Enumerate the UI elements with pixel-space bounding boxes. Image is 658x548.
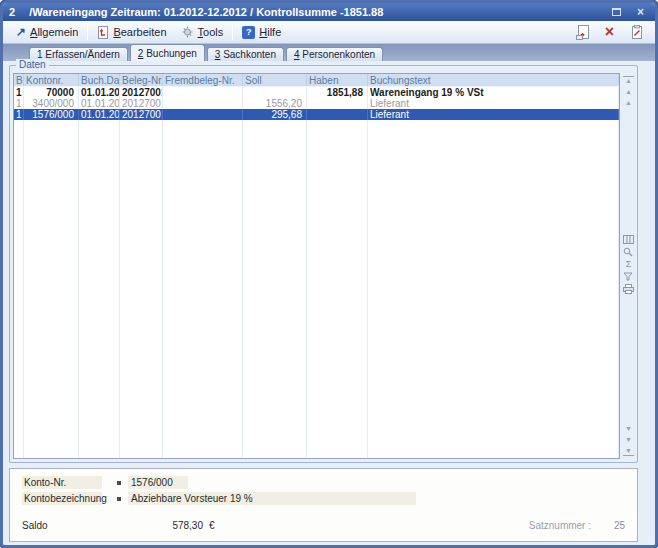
column-settings-button[interactable] — [623, 235, 634, 244]
window-title: /Wareneingang Zeitraum: 01.2012-12.2012 … — [29, 6, 608, 18]
cell-buchungstext: Lieferant — [368, 98, 619, 109]
table-nav-strip: ▲ ▲ ▲ Σ — [622, 74, 635, 458]
satznummer-value: 25 — [591, 520, 625, 531]
tools-gear-icon — [181, 26, 194, 38]
help-icon: ? — [242, 26, 255, 39]
cell-b: 1 — [14, 87, 24, 98]
cell-buchungstext: Wareneingang 19 % VSt — [368, 87, 619, 98]
menubar: ↗ Allgemein Bearbeiten Tools ? Hilfe — [3, 21, 655, 44]
column-header-fremdbelegnr[interactable]: Fremdbeleg-Nr. — [163, 74, 243, 86]
cell-belegnr: 20127001 — [120, 87, 163, 98]
kontobezeichnung-value: Abziehbare Vorsteuer 19 % — [128, 492, 416, 505]
cell-b: 1 — [14, 109, 24, 120]
cell-buchdatum: 01.01.2012 — [79, 109, 120, 120]
groupbox-label: Daten — [16, 59, 49, 71]
menu-item-allgemein[interactable]: ↗ Allgemein — [9, 24, 85, 40]
tab-personenkonten[interactable]: 4 Personenkonten — [286, 47, 383, 61]
cell-buchungstext: Lieferant — [368, 109, 619, 120]
column-header-haben[interactable]: Haben — [307, 74, 368, 86]
table-row[interactable]: 1 3400/000 01.01.2012 20127001 1556,20 L… — [14, 98, 619, 109]
cell-fremdbelegnr — [163, 98, 243, 109]
saldo-value: 578,30 — [153, 520, 203, 531]
cell-soll — [243, 87, 307, 98]
content-area: Daten B Kontonr. Buch.Datum Beleg-Nr. Fr… — [3, 61, 655, 545]
kontobezeichnung-label: Kontobezeichnung — [22, 492, 102, 505]
cell-buchdatum: 01.01.2012 — [79, 98, 120, 109]
page-up-button[interactable]: ▲ — [623, 88, 634, 96]
edit-page-icon — [97, 26, 109, 39]
saldo-label: Saldo — [22, 520, 153, 531]
next-record-button[interactable]: ▼ — [623, 425, 634, 433]
cell-haben — [307, 98, 368, 109]
daten-groupbox: Daten B Kontonr. Buch.Datum Beleg-Nr. Fr… — [9, 65, 638, 463]
cell-soll: 295,68 — [243, 109, 307, 120]
paste-page-icon — [631, 25, 643, 39]
konto-nr-label: Konto-Nr. — [22, 476, 102, 489]
exit-page-icon — [576, 25, 589, 40]
menu-item-tools[interactable]: Tools — [174, 24, 231, 40]
menu-label: Tools — [198, 26, 224, 38]
bookings-table: B Kontonr. Buch.Datum Beleg-Nr. Fremdbel… — [13, 73, 620, 459]
column-header-buchungstext[interactable]: Buchungstext — [368, 74, 619, 86]
cell-b: 1 — [14, 98, 24, 109]
close-icon: × — [637, 7, 644, 17]
cell-buchdatum: 01.01.2012 — [79, 87, 120, 98]
first-record-button[interactable]: ▲ — [623, 76, 634, 85]
delete-x-icon: × — [605, 25, 614, 39]
kontobezeichnung-row: Kontobezeichnung Abziehbare Vorsteuer 19… — [22, 492, 416, 505]
column-header-kontonr[interactable]: Kontonr. — [24, 74, 79, 86]
field-bullet-icon — [117, 481, 121, 485]
print-button[interactable] — [623, 284, 634, 294]
window-number: 2 — [9, 6, 15, 18]
cell-haben: 1851,88 — [307, 87, 368, 98]
titlebar: 2 /Wareneingang Zeitraum: 01.2012-12.201… — [3, 3, 655, 21]
menu-label: Hilfe — [259, 26, 281, 38]
arrow-ne-icon: ↗ — [16, 27, 26, 37]
leave-mask-button[interactable] — [574, 24, 591, 41]
cell-kontonr: 1576/000 — [24, 109, 79, 120]
cell-fremdbelegnr — [163, 109, 243, 120]
menu-separator — [87, 24, 88, 40]
app-window: 2 /Wareneingang Zeitraum: 01.2012-12.201… — [0, 0, 658, 548]
menu-separator — [232, 24, 233, 40]
page-down-button[interactable]: ▼ — [623, 436, 634, 444]
filter-button[interactable] — [623, 272, 634, 281]
konto-nr-row: Konto-Nr. 1576/000 — [22, 476, 188, 489]
tabstrip: 1 Erfassen/Ändern 2 Buchungen 3 Sachkont… — [3, 44, 655, 61]
column-header-b[interactable]: B — [14, 74, 24, 86]
menu-item-bearbeiten[interactable]: Bearbeiten — [90, 24, 173, 41]
column-header-buchdatum[interactable]: Buch.Datum — [79, 74, 120, 86]
currency-symbol: € — [209, 520, 215, 531]
copy-booking-button[interactable] — [628, 24, 645, 41]
column-header-soll[interactable]: Soll — [243, 74, 307, 86]
column-header-belegnr[interactable]: Beleg-Nr. — [120, 74, 163, 86]
field-bullet-icon — [117, 497, 121, 501]
delete-button[interactable]: × — [601, 24, 618, 41]
tab-buchungen[interactable]: 2 Buchungen — [130, 44, 205, 61]
empty-rows — [14, 120, 619, 458]
table-row-selected[interactable]: 1 1576/000 01.01.2012 20127001 295,68 Li… — [14, 109, 619, 120]
close-window-button[interactable]: × — [632, 4, 649, 21]
cell-kontonr: 3400/000 — [24, 98, 79, 109]
table-header: B Kontonr. Buch.Datum Beleg-Nr. Fremdbel… — [14, 74, 619, 87]
last-record-button[interactable]: ▼ — [623, 447, 634, 456]
restore-icon — [612, 8, 621, 16]
restore-button[interactable] — [608, 4, 625, 21]
konto-nr-value: 1576/000 — [128, 476, 188, 489]
saldo-row: Saldo 578,30 € Satznummer : 25 — [22, 519, 625, 532]
cell-haben — [307, 109, 368, 120]
cell-belegnr: 20127001 — [120, 98, 163, 109]
sum-button[interactable]: Σ — [623, 260, 634, 269]
menu-label: Allgemein — [30, 26, 78, 38]
search-button[interactable] — [623, 247, 634, 257]
satznummer-label: Satznummer : — [529, 520, 591, 531]
prev-record-button[interactable]: ▲ — [623, 99, 634, 107]
tab-sachkonten[interactable]: 3 Sachkonten — [207, 47, 284, 61]
menu-item-hilfe[interactable]: ? Hilfe — [235, 24, 288, 41]
cell-kontonr: 70000 — [24, 87, 79, 98]
cell-soll: 1556,20 — [243, 98, 307, 109]
menu-label: Bearbeiten — [113, 26, 166, 38]
table-row[interactable]: 1 70000 01.01.2012 20127001 1851,88 Ware… — [14, 87, 619, 98]
detail-panel: Konto-Nr. 1576/000 Kontobezeichnung Abzi… — [9, 468, 638, 542]
cell-belegnr: 20127001 — [120, 109, 163, 120]
